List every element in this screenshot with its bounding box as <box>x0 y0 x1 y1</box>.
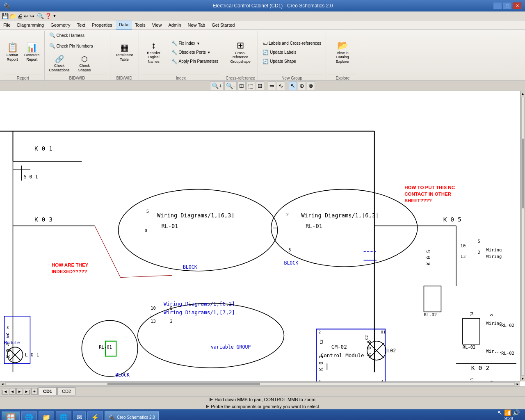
svg-text:01: 01 <box>381 329 386 334</box>
menu-geometry[interactable]: Geometry <box>47 21 73 30</box>
view-catalog-button[interactable]: 📂 View in CatalogExplorer <box>329 40 356 65</box>
check-shapes-button[interactable]: ⬡ CheckShapes <box>73 54 96 74</box>
svg-text:0: 0 <box>145 228 147 233</box>
check-connections-button[interactable]: 🔗 CheckConnections <box>47 54 72 74</box>
vscrollbar[interactable]: ▲ ▼ <box>520 91 525 381</box>
svg-text:K 0 2: K 0 2 <box>471 364 489 371</box>
zoom-out-icon[interactable]: 🔍- <box>224 81 237 90</box>
reorder-logical-names-button[interactable]: ↕ ReorderLogical Names <box>142 31 166 74</box>
hscroll-left[interactable]: ◄ <box>0 382 5 386</box>
zoom-fit-icon[interactable]: ⊡ <box>237 81 246 90</box>
toolbar-group-terminator: ▦ TerminatorTable BID/WID <box>110 31 139 80</box>
hscrollbar[interactable]: ◄ ► <box>0 381 520 386</box>
menu-view[interactable]: View <box>149 21 165 30</box>
taskbar-mail[interactable]: ✉ <box>73 411 86 420</box>
start-button[interactable]: 🪟 <box>2 411 20 420</box>
svg-text:K 0 3: K 0 3 <box>34 216 52 223</box>
svg-text:L O 1: L O 1 <box>25 352 39 358</box>
qa-open-icon[interactable]: 📁 <box>9 13 16 19</box>
obsolete-ports-dropdown[interactable]: ▼ <box>207 50 211 55</box>
statusbar: ▶ Hold down MMB to pan, CONTROL-MMB to z… <box>0 396 525 409</box>
vscroll-down[interactable]: ▼ <box>521 376 525 381</box>
menu-data[interactable]: Data <box>116 21 132 30</box>
taskbar-active-app[interactable]: 🔌 Creo Schematics 2.0 <box>105 411 159 420</box>
hscroll-right[interactable]: ► <box>515 382 520 386</box>
tray-volume-icon[interactable]: 🔊 <box>513 409 520 416</box>
tab-next-button[interactable]: ► <box>16 388 23 395</box>
bidwid-group-label: BID/WID <box>47 75 107 80</box>
menu-tools[interactable]: Tools <box>132 21 149 30</box>
menu-properties[interactable]: Properties <box>89 21 116 30</box>
update-labels-button[interactable]: 🔄 Update Labels <box>260 48 323 57</box>
toolbar-group-newgroup: 🏷 Labels and Cross-references 🔄 Update L… <box>258 31 326 80</box>
qa-save-icon[interactable]: 💾 <box>2 13 9 19</box>
taskbar-ie[interactable]: 🌐 <box>21 411 37 420</box>
route-icon[interactable]: ⇒ <box>268 81 276 90</box>
status-arrow1: ▶ <box>210 397 213 402</box>
update-shape-button[interactable]: 🔄 Update Shape <box>260 57 323 66</box>
close-button[interactable]: ✕ <box>513 2 522 9</box>
component-icon[interactable]: ⊕ <box>298 81 306 90</box>
cross-ref-icon: ⊞ <box>237 41 244 50</box>
qa-redo-icon[interactable]: ↪ <box>30 13 34 19</box>
menu-file[interactable]: File <box>0 21 14 30</box>
update-shape-label: Update Shape <box>270 59 296 64</box>
format-report-button[interactable]: 📋 FormatReport <box>4 42 21 63</box>
svg-text:K 0 4: K 0 4 <box>5 342 11 358</box>
menu-diagramming[interactable]: Diagramming <box>14 21 47 30</box>
canvas[interactable]: K 0 1 S 0 1 K 0 3 I Module 3 K 0 4 L O 1… <box>0 91 525 386</box>
fix-index-dropdown[interactable]: ▼ <box>196 41 200 46</box>
terminator-group-label: BID/WID <box>113 75 136 80</box>
labels-cross-refs-button[interactable]: 🏷 Labels and Cross-references <box>260 39 323 48</box>
menu-admin[interactable]: Admin <box>165 21 184 30</box>
menu-text[interactable]: Text <box>73 21 88 30</box>
tab-last-button[interactable]: ►| <box>24 388 30 395</box>
qa-search-icon[interactable]: 🔍 <box>37 13 44 19</box>
qa-print-icon[interactable]: 🖨 <box>17 13 23 19</box>
tab-cd2[interactable]: CD2 <box>57 387 75 395</box>
hscroll-track[interactable] <box>5 382 515 386</box>
fix-index-button[interactable]: 🔧 Fix Index ▼ <box>169 39 221 48</box>
tab-prev-button[interactable]: ◄ <box>9 388 16 395</box>
terminator-table-button[interactable]: ▦ TerminatorTable <box>114 42 135 63</box>
cross-reference-button[interactable]: ⊞ Cross-referenceGroupshape <box>227 40 254 65</box>
apply-pin-label: Apply Pin Parameters <box>179 59 219 64</box>
generate-report-label: GenerateReport <box>24 53 40 62</box>
obsolete-ports-button[interactable]: 🔧 Obsolete Ports ▼ <box>169 48 221 57</box>
check-pin-numbers-button[interactable]: 🔍 Check Pin Numbers <box>47 42 95 50</box>
svg-text:RL-02: RL-02 <box>501 323 514 328</box>
generate-report-button[interactable]: 📊 GenerateReport <box>22 42 42 63</box>
taskbar-app5[interactable]: ⚡ <box>87 411 103 420</box>
zoom-in-icon[interactable]: 🔍+ <box>210 81 224 90</box>
qa-help-icon[interactable]: ❓ <box>45 13 52 19</box>
vscroll-track[interactable] <box>521 97 525 376</box>
minimize-button[interactable]: ─ <box>493 2 502 9</box>
wire-icon[interactable]: ∿ <box>277 81 285 90</box>
qa-undo-icon[interactable]: ↩ <box>24 13 29 19</box>
menu-newtab[interactable]: New Tab <box>185 21 209 30</box>
qa-dropdown-icon[interactable]: ▼ <box>52 14 57 18</box>
crossref-group-label: Cross-reference <box>226 75 255 80</box>
tray-network-icon[interactable]: 📶 <box>504 409 511 416</box>
taskbar-explorer[interactable]: 📁 <box>39 411 54 420</box>
tray-cursor-icon[interactable]: ↖ <box>498 409 502 416</box>
svg-text:RL-01: RL-01 <box>161 222 178 229</box>
check-harness-button[interactable]: 🔍 Check Harness <box>47 31 87 39</box>
restore-button[interactable]: □ <box>503 2 512 9</box>
tab-cd1[interactable]: CD1 <box>39 387 57 395</box>
grid-icon[interactable]: ⊞ <box>256 81 264 90</box>
check-pin-icon: 🔍 <box>49 43 55 49</box>
hscroll-thumb[interactable] <box>107 383 260 385</box>
svg-text:HOW TO PUT THIS NC: HOW TO PUT THIS NC <box>404 185 455 190</box>
taskbar-chrome[interactable]: 🌐 <box>56 411 71 420</box>
menu-getstarted[interactable]: Get Started <box>208 21 238 30</box>
apply-pin-parameters-button[interactable]: 🔧 Apply Pin Parameters <box>169 57 221 66</box>
wire-mode-icon[interactable]: ⊗ <box>307 81 315 90</box>
vscroll-up[interactable]: ▲ <box>521 91 525 96</box>
svg-text:5: 5 <box>146 209 149 214</box>
tab-add-button[interactable]: + <box>31 388 38 395</box>
vscroll-thumb[interactable] <box>522 139 524 208</box>
select-icon[interactable]: ↖ <box>289 81 297 90</box>
zoom-rect-icon[interactable]: ⬚ <box>247 81 255 90</box>
tab-first-button[interactable]: |◄ <box>2 388 8 395</box>
